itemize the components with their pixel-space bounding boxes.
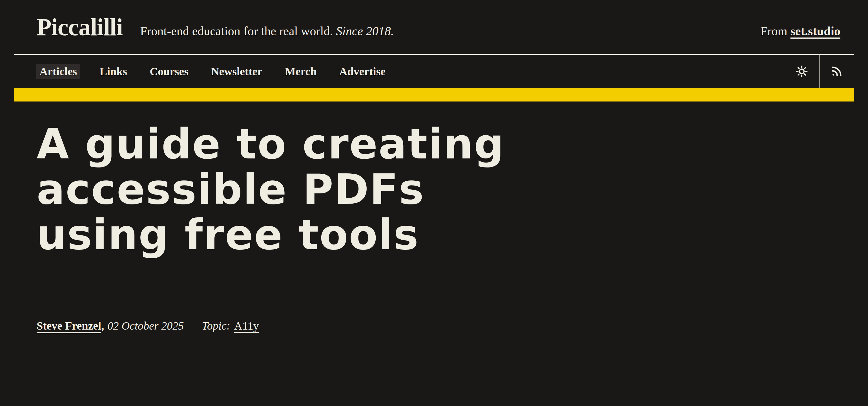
nav-icon-group: [784, 55, 854, 88]
article-hero: A guide to creating accessible PDFs usin…: [14, 121, 854, 333]
nav-item-courses[interactable]: Courses: [146, 64, 192, 79]
nav-item-newsletter[interactable]: Newsletter: [208, 64, 266, 79]
publish-date: 02 October 2025: [107, 319, 184, 332]
byline-separator: ,: [101, 319, 104, 332]
site-logo[interactable]: Piccalilli: [37, 15, 123, 39]
byline: Steve Frenzel,02 October 2025Topic:A11y: [37, 319, 831, 333]
article-title-line: A guide to creating: [37, 121, 831, 167]
tagline-since: Since 2018.: [336, 24, 394, 38]
set-studio-link[interactable]: set.studio: [790, 24, 840, 38]
primary-nav: Articles Links Courses Newsletter Merch …: [14, 54, 854, 88]
rss-icon: [830, 65, 843, 78]
nav-item-merch[interactable]: Merch: [282, 64, 320, 79]
nav-list: Articles Links Courses Newsletter Merch …: [14, 55, 389, 88]
author-link[interactable]: Steve Frenzel: [37, 319, 101, 332]
theme-toggle-button[interactable]: [784, 55, 819, 88]
site-tagline: Front-end education for the real world. …: [140, 24, 394, 38]
nav-item-advertise[interactable]: Advertise: [336, 64, 389, 79]
article-title-line: accessible PDFs: [37, 167, 831, 212]
sun-icon: [795, 65, 808, 78]
from-studio: From set.studio: [761, 24, 840, 38]
tagline-text: Front-end education for the real world.: [140, 24, 333, 38]
nav-item-links[interactable]: Links: [96, 64, 130, 79]
accent-bar: [14, 88, 854, 102]
nav-item-articles[interactable]: Articles: [36, 64, 80, 79]
from-label: From: [761, 24, 787, 38]
rss-button[interactable]: [819, 55, 854, 88]
masthead: Piccalilli Front-end education for the r…: [14, 0, 854, 39]
article-title-line: using free tools: [37, 212, 831, 258]
topic-link[interactable]: A11y: [234, 319, 259, 332]
page: Piccalilli Front-end education for the r…: [14, 0, 854, 333]
article-title: A guide to creating accessible PDFs usin…: [37, 121, 831, 258]
topic-label: Topic:: [202, 319, 230, 332]
